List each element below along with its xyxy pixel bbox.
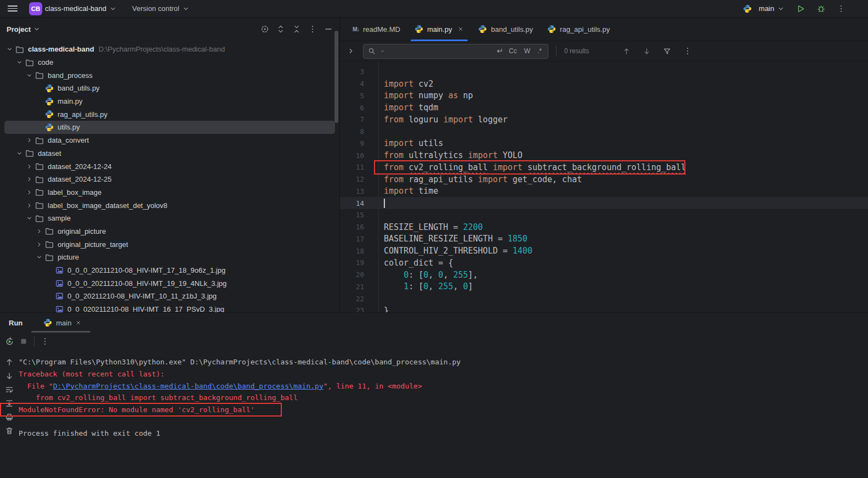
run-tab-main[interactable]: main (39, 313, 86, 333)
search-input[interactable]: Cc W .* (363, 44, 548, 59)
run-button[interactable] (792, 4, 809, 14)
tree-item[interactable]: band_utils.py (0, 82, 339, 95)
project-switcher[interactable]: CB class-medical-band (25, 0, 121, 18)
tree-item[interactable]: data_convert (0, 134, 339, 147)
tab-main.py[interactable]: main.py (407, 18, 472, 41)
chevron-right-icon[interactable] (24, 137, 34, 144)
chevron-right-icon[interactable] (34, 228, 44, 235)
chevron-down-icon[interactable] (33, 25, 41, 33)
code-line: 13import time (340, 185, 868, 198)
clear-console-icon[interactable] (5, 426, 14, 435)
search-history-chevron-icon[interactable] (379, 48, 385, 54)
tree-item[interactable]: code (0, 56, 339, 69)
tab-readMe.MD[interactable]: M↓readMe.MD (345, 18, 407, 41)
tree-item[interactable]: 0_0_20211210-08_HIV-IMT_10_11_z1bJ_3.jpg (0, 290, 339, 303)
more-options-icon[interactable] (833, 4, 849, 13)
tree-item[interactable]: 0_0_020211210-08_HIV-IMT_16_17_PSvD_3.jp… (0, 303, 339, 312)
tree-item[interactable]: sample (0, 212, 339, 225)
tree-item[interactable]: 0_0_0_20211210-08_HIV-IMT_19_19_4NLk_3.j… (0, 277, 339, 290)
chevron-down-icon[interactable] (14, 150, 24, 157)
expand-search-icon[interactable] (343, 47, 359, 55)
tree-item-label: data_convert (48, 136, 89, 144)
code-line: 7from loguru import logger (340, 114, 868, 126)
tree-item[interactable]: 0_0_0_20211210-08_HIV-IMT_17_18_9o6z_1.j… (0, 264, 339, 277)
vcs-widget[interactable]: Version control (128, 2, 194, 15)
tree-item[interactable]: picture (0, 251, 339, 264)
tab-band_utils.py[interactable]: band_utils.py (471, 18, 540, 41)
main-menu-icon[interactable] (5, 3, 20, 15)
tab-rag_api_utils.py[interactable]: rag_api_utils.py (540, 18, 617, 41)
folder-icon (34, 162, 45, 171)
run-configuration-selector[interactable]: main (755, 2, 788, 15)
project-panel-title: Project (7, 25, 31, 33)
code-line: 8 (340, 126, 868, 138)
run-config-name: main (759, 4, 774, 13)
tree-item[interactable]: label_box_image (0, 186, 339, 199)
line-number: 12 (340, 175, 378, 183)
console-output-line: Process finished with exit code 1 (19, 428, 868, 440)
chevron-right-icon[interactable] (24, 176, 34, 183)
project-name: class-medical-band (45, 4, 106, 13)
collapse-all-icon[interactable] (292, 25, 301, 33)
stacktrace-file-link[interactable]: D:\PycharmProjects\class-medical-band\co… (53, 382, 324, 390)
code-text: from ultralytics import YOLO (378, 150, 523, 160)
regex-toggle[interactable]: .* (536, 47, 543, 55)
console-output: "C:\Program Files\Python310\python.exe" … (19, 350, 868, 477)
folder-icon (34, 188, 45, 196)
console-output-line: "C:\Program Files\Python310\python.exe" … (19, 356, 868, 368)
tree-item[interactable]: utils.py (4, 121, 335, 134)
chevron-right-icon[interactable] (34, 241, 44, 248)
tree-item-label: rag_api_utils.py (58, 110, 107, 119)
folder-icon (44, 240, 55, 249)
tree-item[interactable]: main.py (0, 95, 339, 108)
words-toggle[interactable]: W (523, 47, 532, 55)
chevron-down-icon[interactable] (24, 215, 34, 222)
locate-file-icon[interactable] (260, 25, 269, 33)
more-options-icon[interactable] (308, 25, 317, 33)
tree-item[interactable]: rag_api_utils.py (0, 108, 339, 121)
down-stacktrace-icon[interactable] (5, 372, 14, 380)
editor-content[interactable]: 34import cv25import numpy as np6import t… (340, 61, 868, 312)
tree-item[interactable]: dataset_2024-12-24 (0, 160, 339, 173)
chevron-down-icon[interactable] (34, 254, 44, 261)
more-options-icon[interactable] (41, 337, 49, 346)
up-stacktrace-icon[interactable] (5, 358, 14, 367)
chevron-down-icon (777, 5, 785, 13)
close-icon[interactable] (75, 319, 82, 326)
chevron-down-icon[interactable] (4, 46, 14, 53)
tree-scrollbar[interactable] (334, 31, 338, 123)
tree-item[interactable]: band_process (0, 69, 339, 82)
previous-occurrence-icon[interactable] (619, 47, 634, 55)
tree-item[interactable]: label_box_image_dataset_det_yolov8 (0, 199, 339, 212)
hide-panel-icon[interactable] (324, 25, 333, 33)
more-options-icon[interactable] (679, 47, 696, 55)
folder-icon (14, 45, 25, 54)
code-text: BASELINE_RESIZE_LENGTH = 1850 (378, 234, 527, 244)
close-icon[interactable] (457, 26, 464, 32)
line-number: 7 (340, 115, 378, 123)
print-icon[interactable] (5, 413, 14, 421)
expand-all-icon[interactable] (276, 25, 285, 33)
newline-icon[interactable] (495, 47, 503, 55)
tree-item-label: class-medical-band (28, 45, 94, 53)
tree-item[interactable]: dataset_2024-12-25 (0, 173, 339, 186)
chevron-down-icon[interactable] (24, 72, 34, 79)
soft-wrap-icon[interactable] (5, 385, 14, 394)
debug-button[interactable] (813, 4, 830, 13)
chevron-down-icon[interactable] (14, 59, 24, 66)
tab-label: band_utils.py (491, 25, 533, 33)
chevron-right-icon[interactable] (24, 189, 34, 196)
match-case-toggle[interactable]: Cc (507, 47, 519, 55)
line-number: 11 (340, 163, 378, 171)
tree-item[interactable]: class-medical-bandD:\PycharmProjects\cla… (0, 43, 339, 56)
next-occurrence-icon[interactable] (639, 47, 655, 55)
tree-item[interactable]: original_picture_target (0, 238, 339, 251)
filter-icon[interactable] (659, 47, 675, 55)
stop-button[interactable] (19, 337, 28, 346)
rerun-button[interactable] (5, 337, 14, 346)
tree-item[interactable]: dataset (0, 147, 339, 160)
chevron-right-icon[interactable] (24, 163, 34, 170)
chevron-right-icon[interactable] (24, 202, 34, 209)
scroll-to-end-icon[interactable] (5, 399, 14, 408)
tree-item[interactable]: original_picture (0, 225, 339, 238)
